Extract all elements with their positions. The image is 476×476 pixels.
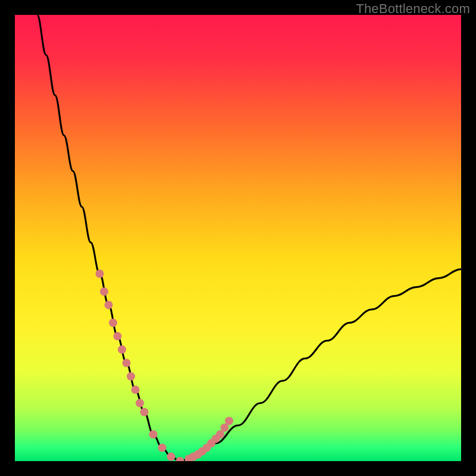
gradient-background xyxy=(15,15,461,461)
highlight-dot xyxy=(167,453,176,461)
highlight-dot xyxy=(118,346,126,354)
highlight-dot xyxy=(114,332,122,340)
highlight-dot xyxy=(158,444,167,452)
chart-frame xyxy=(15,15,461,461)
highlight-dot xyxy=(123,359,131,367)
highlight-dot xyxy=(136,399,144,408)
highlight-dot xyxy=(105,301,113,309)
highlight-dot xyxy=(131,386,140,394)
highlight-dot xyxy=(100,287,108,296)
highlight-dot xyxy=(127,372,135,381)
bottleneck-chart xyxy=(15,15,461,461)
highlight-dot xyxy=(140,408,149,416)
highlight-dot xyxy=(109,319,117,327)
highlight-dot xyxy=(149,430,158,439)
watermark-text: TheBottleneck.com xyxy=(356,1,470,17)
highlight-dot xyxy=(96,270,104,278)
highlight-dot xyxy=(225,417,233,425)
